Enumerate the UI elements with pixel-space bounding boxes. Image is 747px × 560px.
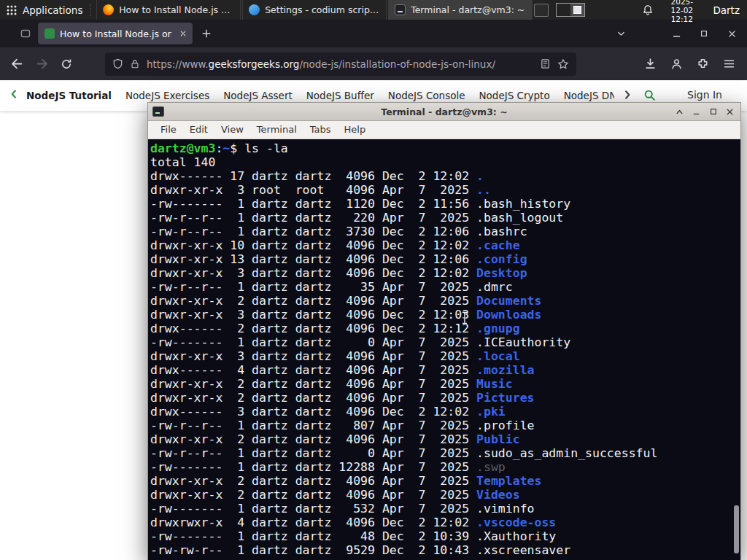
file-name: .profile [476, 419, 534, 432]
url-text: https://www.geeksforgeeks.org/node-js/in… [147, 58, 533, 70]
file-meta: drwxr-xr-x 10 dartz dartz 4096 Dec 2 12:… [150, 238, 476, 252]
workspace-2[interactable] [570, 4, 584, 16]
applications-menu[interactable]: Applications [0, 0, 90, 20]
panel-clock[interactable]: 2025-12-02 12:12 [665, 0, 698, 23]
maximize-button[interactable] [707, 106, 719, 118]
site-nav-item-nodejs-crypto[interactable]: NodeJS Crypto [479, 90, 550, 101]
site-nav-item-nodejs-console[interactable]: NodeJS Console [388, 90, 465, 101]
terminal-scrollbar[interactable] [732, 139, 740, 559]
menu-item-terminal[interactable]: Terminal [250, 121, 303, 139]
chevron-left-icon [9, 88, 20, 100]
workspace-pager[interactable] [556, 3, 585, 17]
tab-close-button[interactable] [177, 27, 190, 40]
taskbar-item[interactable]: Terminal - dartz@vm3: ~ [388, 0, 533, 20]
file-meta: drwx------ 3 dartz dartz 4096 Dec 2 12:0… [150, 405, 476, 419]
terminal-line: drwx------ 4 dartz dartz 4096 Apr 7 2025… [150, 363, 740, 377]
close-button[interactable] [722, 24, 741, 43]
clock-time: 12:12 [665, 15, 698, 23]
new-tab-button[interactable] [198, 26, 214, 42]
terminal-total-line: total 140 [150, 155, 740, 169]
terminal-window-title: Terminal - dartz@vm3: ~ [148, 106, 740, 117]
minimize-button[interactable] [667, 24, 686, 43]
site-nav-item-nodejs-dns[interactable]: NodeJS DNS [564, 90, 614, 101]
file-meta: -rw------- 1 dartz dartz 532 Apr 7 2025 [150, 502, 476, 516]
terminal-line: -rw------- 1 dartz dartz 0 Apr 7 2025 .I… [150, 335, 740, 349]
file-name: .sudo_as_admin_successful [476, 446, 657, 460]
file-meta: drwxr-xr-x 3 root root 4096 Apr 7 2025 [150, 183, 476, 197]
list-all-tabs-button[interactable] [611, 24, 630, 43]
forward-button[interactable] [31, 53, 53, 75]
file-name: .viminfo [476, 502, 534, 516]
file-meta: drwxr-xr-x 3 dartz dartz 4096 Dec 2 12:0… [150, 266, 476, 280]
sign-in-button[interactable]: Sign In [687, 89, 722, 101]
taskbar-item[interactable]: How to Install Node.js o... [96, 0, 241, 20]
terminal-titlebar[interactable]: Terminal - dartz@vm3: ~ [148, 103, 740, 121]
site-nav-item-nodejs-tutorial[interactable]: NodeJS Tutorial [26, 90, 112, 101]
close-icon [727, 29, 737, 39]
menu-item-file[interactable]: File [154, 121, 183, 139]
tray-icon[interactable] [534, 4, 549, 17]
extensions-icon[interactable] [697, 58, 709, 70]
file-meta: -rw------- 1 dartz dartz 0 Apr 7 2025 [150, 335, 476, 349]
file-name: .. [476, 183, 491, 197]
account-icon[interactable] [670, 58, 683, 70]
taskbar: How to Install Node.js o...Settings - co… [96, 0, 534, 20]
minimize-icon [692, 107, 701, 117]
downloads-icon[interactable] [644, 58, 657, 70]
file-name: Pictures [476, 391, 534, 405]
close-button[interactable] [724, 106, 736, 118]
prompt-colon: : [215, 141, 222, 155]
file-name: Desktop [476, 266, 527, 280]
terminal-window-controls [673, 106, 740, 118]
file-name: Music [476, 377, 513, 391]
site-nav-item-nodejs-exercises[interactable]: NodeJS Exercises [125, 90, 209, 101]
terminal-line: drwxr-xr-x 13 dartz dartz 4096 Dec 2 12:… [150, 252, 740, 266]
taskbar-item-label: Terminal - dartz@vm3: ~ [411, 4, 525, 15]
bell-icon [642, 4, 654, 16]
minimize-button[interactable] [690, 106, 703, 118]
menu-hamburger-icon[interactable] [723, 58, 735, 70]
terminal-window: Terminal - dartz@vm3: ~ [147, 102, 741, 560]
maximize-button[interactable] [694, 24, 713, 43]
file-name: .dmrc [476, 280, 513, 294]
browser-nav-bar: https://www.geeksforgeeks.org/node-js/in… [0, 47, 747, 80]
menu-item-edit[interactable]: Edit [183, 121, 214, 139]
url-path: /node-js/installation-of-node-js-on-linu… [299, 58, 495, 70]
maximize-icon [700, 29, 708, 38]
file-meta: drwx------ 4 dartz dartz 4096 Apr 7 2025 [150, 363, 476, 377]
url-bar[interactable]: https://www.geeksforgeeks.org/node-js/in… [105, 52, 576, 76]
system-tray [534, 3, 585, 17]
firefox-view-icon [19, 28, 32, 39]
firefox-view-button[interactable] [19, 28, 32, 42]
taskbar-item[interactable]: Settings - codium script... [242, 0, 387, 20]
shade-button[interactable] [673, 106, 686, 118]
back-button[interactable] [6, 53, 28, 75]
file-name: .swp [476, 460, 506, 474]
scrollbar-thumb[interactable] [734, 505, 739, 553]
nav-scroll-right-button[interactable] [620, 89, 634, 104]
file-meta: drwxr-xr-x 3 dartz dartz 4096 Dec 2 12:0… [150, 308, 476, 322]
file-name: Videos [476, 488, 520, 502]
reload-button[interactable] [55, 53, 77, 75]
file-name: .bash_logout [476, 211, 563, 225]
browser-tab[interactable]: How to Install Node.js on... [38, 23, 193, 44]
nav-scroll-left-button[interactable] [9, 88, 20, 103]
site-nav-item-nodejs-assert[interactable]: NodeJS Assert [223, 90, 293, 101]
file-meta: drwxr-xr-x 2 dartz dartz 4096 Apr 7 2025 [150, 488, 476, 502]
file-meta: drwxr-xr-x 2 dartz dartz 4096 Apr 7 2025 [150, 377, 476, 391]
notification-bell-button[interactable] [642, 4, 654, 16]
workspace-1[interactable] [557, 4, 570, 16]
menu-item-tabs[interactable]: Tabs [303, 121, 338, 139]
terminal-output[interactable]: dartz@vm3:~$ ls -la total 140 drwx------… [148, 139, 740, 559]
file-name: Downloads [476, 308, 541, 322]
tab-favicon [44, 28, 55, 39]
menu-item-view[interactable]: View [214, 121, 250, 139]
applications-label: Applications [23, 4, 82, 16]
site-nav-item-nodejs-buffer[interactable]: NodeJS Buffer [306, 90, 374, 101]
file-meta: drwx------ 2 dartz dartz 4096 Dec 2 12:1… [150, 322, 476, 335]
terminal-line: drwxr-xr-x 3 dartz dartz 4096 Dec 2 12:0… [150, 308, 740, 322]
reader-mode-icon[interactable] [540, 58, 551, 69]
menu-item-help[interactable]: Help [338, 121, 373, 139]
bookmark-star-icon[interactable] [557, 58, 569, 70]
close-icon [725, 107, 735, 117]
